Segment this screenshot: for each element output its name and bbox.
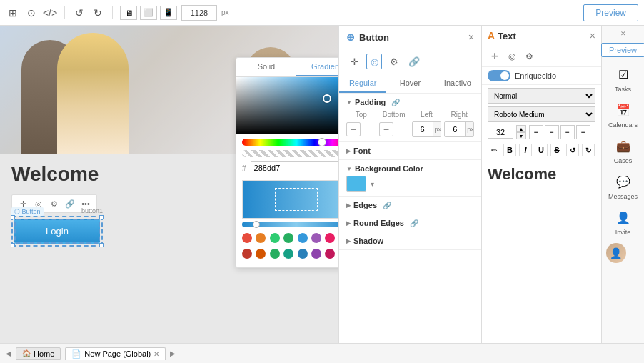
tp-size-up[interactable]: ▲ bbox=[516, 125, 526, 132]
tp-style-select[interactable]: Normal bbox=[488, 88, 595, 104]
canvas-area[interactable]: Welcome ✛ ◎ ⚙ 🔗 ••• ⬡ Button button1 bbox=[0, 26, 338, 343]
swatch-darkpink[interactable] bbox=[325, 249, 335, 259]
rp-tab-regular[interactable]: Regular bbox=[339, 74, 386, 93]
rp-shadow-header[interactable]: ▶ Shadow bbox=[346, 237, 474, 245]
tp-format-redo[interactable]: ↻ bbox=[582, 144, 595, 156]
cp-tab-solid[interactable]: Solid bbox=[236, 58, 296, 76]
rp-icon-link[interactable]: 🔗 bbox=[406, 54, 422, 69]
rp-font-header[interactable]: ▶ Font bbox=[346, 146, 474, 155]
cp-alpha-slider[interactable] bbox=[242, 150, 338, 157]
rp-padding-header[interactable]: ▼ Padding 🔗 bbox=[346, 98, 474, 106]
device-desktop[interactable]: 🖥 bbox=[120, 6, 137, 20]
cp-hue-thumb[interactable] bbox=[318, 138, 326, 146]
padding-bottom-minus[interactable]: − bbox=[379, 122, 393, 136]
swatch-red[interactable] bbox=[242, 233, 252, 243]
swatch-darkorange[interactable] bbox=[256, 249, 266, 259]
cp-gradient-slider[interactable] bbox=[242, 222, 338, 227]
float-gear-icon[interactable]: ⚙ bbox=[48, 197, 61, 210]
handle-br[interactable] bbox=[99, 243, 104, 247]
tp-icon-paint[interactable]: ◎ bbox=[505, 49, 519, 64]
button-selection-box[interactable]: Login bbox=[11, 216, 103, 247]
handle-tr[interactable] bbox=[99, 215, 104, 219]
swatch-green[interactable] bbox=[270, 233, 280, 243]
cp-gradient-circle[interactable] bbox=[323, 94, 331, 103]
bg-color-swatch[interactable] bbox=[346, 176, 366, 192]
tp-icon-move[interactable]: ✛ bbox=[488, 49, 502, 64]
swatch-green2[interactable] bbox=[270, 249, 280, 259]
cp-slider-thumb[interactable] bbox=[253, 221, 260, 228]
bg-color-dropdown[interactable]: ▾ bbox=[371, 180, 374, 188]
app-preview-button[interactable]: Preview bbox=[601, 43, 644, 57]
swatch-purple[interactable] bbox=[311, 233, 321, 243]
rp-round-edges-header[interactable]: ▶ Round Edges 🔗 bbox=[346, 219, 474, 227]
float-link-icon[interactable]: 🔗 bbox=[64, 197, 76, 210]
tp-align-center[interactable]: ≡ bbox=[545, 125, 559, 139]
app-icon-messages[interactable]: 💬 Messages bbox=[606, 169, 640, 203]
tp-icon-settings[interactable]: ⚙ bbox=[522, 49, 536, 64]
swatch-orange[interactable] bbox=[256, 233, 266, 243]
padding-right-label: Right bbox=[444, 111, 474, 119]
handle-bl[interactable] bbox=[11, 243, 15, 247]
app-avatar[interactable]: 👤 bbox=[606, 240, 640, 266]
swatch-pink[interactable] bbox=[325, 233, 335, 243]
rp-tab-hover[interactable]: Hover bbox=[386, 74, 433, 93]
device-tablet[interactable]: ⬜ bbox=[140, 6, 157, 20]
bottom-arrow-left[interactable]: ◀ bbox=[6, 349, 11, 357]
preview-button[interactable]: Preview bbox=[583, 4, 638, 21]
swatch-blue[interactable] bbox=[298, 233, 308, 243]
new-page-close[interactable]: ✕ bbox=[154, 350, 159, 358]
toolbar-icon-target[interactable]: ⊙ bbox=[24, 6, 39, 20]
cp-gradient-area[interactable] bbox=[236, 77, 338, 134]
toolbar-icon-code[interactable]: </> bbox=[43, 6, 57, 20]
app-icon-cases[interactable]: 💼 Cases bbox=[606, 133, 640, 167]
rp-icon-paint[interactable]: ◎ bbox=[366, 54, 382, 69]
toolbar-icon-grid[interactable]: ⊞ bbox=[6, 6, 20, 20]
padding-top-minus[interactable]: − bbox=[346, 122, 361, 136]
tp-size-down[interactable]: ▼ bbox=[516, 132, 526, 139]
swatch-teal[interactable] bbox=[283, 249, 293, 259]
tp-format-pencil[interactable]: ✏ bbox=[488, 144, 500, 156]
swatch-darkpurple[interactable] bbox=[311, 249, 321, 259]
tp-format-undo[interactable]: ↺ bbox=[566, 144, 579, 156]
rp-icon-move[interactable]: ✛ bbox=[346, 54, 362, 69]
tp-format-bold[interactable]: B bbox=[503, 144, 516, 156]
bottom-tab-home[interactable]: 🏠 Home bbox=[16, 347, 61, 360]
app-icon-tasks[interactable]: ☑ Tasks bbox=[606, 61, 640, 96]
swatch-darkred[interactable] bbox=[242, 249, 252, 259]
tp-format-strikethrough[interactable]: S bbox=[550, 144, 563, 156]
swatch-darkblue[interactable] bbox=[298, 249, 308, 259]
canvas-width-input[interactable]: 1128 bbox=[181, 5, 217, 21]
tp-align-right[interactable]: ≡ bbox=[560, 125, 575, 139]
rp-edges-header[interactable]: ▶ Edges 🔗 bbox=[346, 201, 474, 209]
tp-close-button[interactable]: × bbox=[590, 30, 595, 41]
padding-right-input[interactable] bbox=[445, 122, 465, 136]
tp-format-italic[interactable]: I bbox=[519, 144, 532, 156]
bottom-tab-new-page[interactable]: 📄 New Page (Global) ✕ bbox=[65, 347, 166, 360]
rp-bg-header[interactable]: ▼ Background Color bbox=[346, 164, 474, 173]
device-mobile[interactable]: 📱 bbox=[160, 6, 177, 20]
toolbar-icon-redo[interactable]: ↻ bbox=[91, 6, 105, 20]
bottom-arrow-right[interactable]: ▶ bbox=[170, 349, 176, 357]
rp-close-button[interactable]: × bbox=[468, 31, 474, 43]
app-icon-calendars[interactable]: 📅 Calendars bbox=[606, 97, 640, 131]
tp-size-input[interactable] bbox=[488, 126, 513, 139]
tp-align-justify[interactable]: ≡ bbox=[576, 125, 590, 139]
rp-icon-settings[interactable]: ⚙ bbox=[386, 54, 402, 69]
padding-right-unit: px bbox=[465, 122, 474, 136]
app-close-btn[interactable]: ✕ bbox=[620, 30, 626, 37]
rp-tab-inactivo[interactable]: Inactivo bbox=[434, 74, 481, 93]
handle-tl[interactable] bbox=[11, 215, 15, 219]
cp-hex-input[interactable]: 288dd7 bbox=[251, 161, 338, 174]
app-icon-invite[interactable]: 👤 Invite bbox=[606, 204, 640, 239]
padding-left-input[interactable] bbox=[413, 122, 433, 136]
toolbar-icon-undo[interactable]: ↺ bbox=[72, 6, 86, 20]
tp-align-left[interactable]: ≡ bbox=[529, 125, 543, 139]
cp-hue-slider[interactable] bbox=[242, 139, 338, 146]
canvas-login-button[interactable]: Login bbox=[14, 219, 100, 244]
tp-format-underline[interactable]: U bbox=[535, 144, 548, 156]
tp-enriquecido-toggle[interactable] bbox=[488, 70, 510, 81]
messages-icon: 💬 bbox=[613, 171, 633, 192]
tp-font-select[interactable]: Roboto Medium bbox=[488, 106, 595, 122]
cp-tab-gradient[interactable]: Gradient bbox=[296, 58, 338, 76]
swatch-darkgreen[interactable] bbox=[283, 233, 293, 243]
